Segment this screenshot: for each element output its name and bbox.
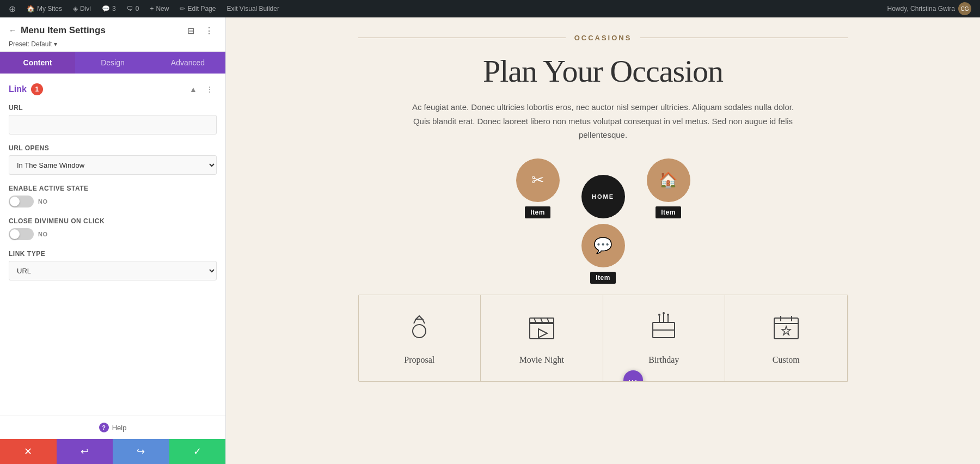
occasion-card-movie[interactable]: Movie Night (481, 295, 603, 381)
proposal-label: Proposal (404, 355, 434, 365)
url-input[interactable] (9, 115, 217, 135)
menu-items-grid: ✂ Item HOME 🏠 It (516, 158, 690, 218)
menu-circle-home[interactable]: HOME (581, 175, 625, 218)
occasions-header: OCCASIONS (358, 34, 848, 42)
url-opens-field-group: URL Opens In The Same Window In A New Ta… (9, 144, 217, 175)
close-divimenu-label: Close DiviMenu On Click (9, 217, 217, 225)
close-divimenu-value: NO (38, 231, 48, 237)
menu-circle-house[interactable]: 🏠 (647, 158, 690, 202)
panel-tabs: Content Design Advanced (0, 52, 225, 74)
url-opens-label: URL Opens (9, 144, 217, 152)
occasion-cards: Proposal Movie Night (358, 295, 848, 382)
page-body-text: Ac feugiat ante. Donec ultricies loborti… (407, 100, 799, 142)
menu-item-label-3: Item (656, 206, 681, 218)
close-divimenu-group: Close DiviMenu On Click NO (9, 217, 217, 240)
link-section-badge: 1 (31, 83, 43, 95)
occasion-card-custom[interactable]: Custom (725, 295, 848, 381)
messages-item[interactable]: 🗨 0 (122, 0, 144, 17)
wordpress-icon: ⊕ (9, 4, 16, 14)
enable-active-state-value: NO (38, 198, 48, 205)
section-collapse-button[interactable]: ▲ (186, 82, 200, 96)
movie-night-label: Movie Night (519, 355, 564, 365)
plus-icon: + (150, 5, 154, 13)
url-opens-select[interactable]: In The Same Window In A New Tab (9, 155, 217, 175)
birthday-icon (647, 312, 680, 349)
proposal-icon (403, 312, 436, 349)
home-text: HOME (592, 193, 614, 200)
redo-button[interactable]: ↪ (113, 439, 169, 464)
split-view-button[interactable]: ⊟ (183, 23, 198, 38)
page-canvas: OCCASIONS Plan Your Occasion Ac feugiat … (226, 17, 980, 464)
enable-active-state-group: Enable Active State NO (9, 185, 217, 207)
new-item[interactable]: + New (145, 0, 173, 17)
svg-marker-7 (538, 329, 547, 338)
tab-content[interactable]: Content (0, 52, 75, 74)
svg-rect-15 (653, 330, 675, 338)
page-heading: Plan Your Occasion (483, 53, 723, 89)
link-section-header: Link 1 ▲ ⋮ (9, 82, 217, 96)
panel-title-actions: ⊟ ⋮ (183, 23, 217, 38)
panel-footer: ✕ ↩ ↪ ✓ (0, 439, 225, 464)
my-sites-item[interactable]: 🏠 My Sites (22, 0, 66, 17)
panel-more-button[interactable]: ⋮ (201, 23, 217, 38)
tab-advanced[interactable]: Advanced (150, 52, 225, 74)
panel-title: ← Menu Item Settings (9, 25, 106, 36)
svg-point-12 (663, 312, 665, 314)
house-icon: 🏠 (659, 171, 678, 189)
tab-design[interactable]: Design (75, 52, 150, 74)
message-icon: 🗨 (127, 5, 133, 13)
occasions-line-left (358, 38, 566, 38)
menu-item-1: ✂ Item (516, 158, 560, 218)
panel-content: Link 1 ▲ ⋮ URL URL Opens In The Same Win… (0, 74, 225, 416)
link-type-label: Link Type (9, 250, 217, 258)
back-arrow-icon[interactable]: ← (9, 26, 16, 35)
svg-point-13 (667, 314, 669, 316)
menu-circle-tools[interactable]: ✂ (516, 158, 560, 202)
svg-marker-20 (782, 326, 791, 335)
save-button[interactable]: ✓ (169, 439, 226, 464)
close-divimenu-toggle[interactable] (9, 228, 34, 240)
undo-button[interactable]: ↩ (57, 439, 113, 464)
menu-item-3: 🏠 Item (647, 158, 690, 218)
page-preview: OCCASIONS Plan Your Occasion Ac feugiat … (226, 17, 980, 464)
svg-rect-14 (653, 322, 675, 330)
wp-logo[interactable]: ⊕ (4, 0, 20, 17)
divi-icon: ◈ (73, 5, 78, 13)
link-type-select[interactable]: URL Phone Number Email Address (9, 261, 217, 280)
occasions-line-right (640, 38, 848, 38)
edit-page-item[interactable]: ✏ Edit Page (175, 0, 220, 17)
occasions-title: OCCASIONS (566, 34, 641, 42)
menu-item-chat-col: 💬 Item (581, 224, 625, 284)
help-button[interactable]: ? Help (0, 416, 225, 439)
chevron-down-icon: ▾ (54, 40, 57, 48)
cancel-button[interactable]: ✕ (0, 439, 57, 464)
exit-visual-builder-item[interactable]: Exit Visual Builder (222, 0, 284, 17)
movie-icon (525, 312, 558, 349)
enable-active-state-toggle[interactable] (9, 196, 34, 207)
birthday-label: Birthday (648, 355, 679, 365)
dots-icon: ··· (628, 375, 638, 382)
chat-icon: 💬 (593, 236, 612, 254)
menu-item-label-1: Item (525, 206, 550, 218)
url-label: URL (9, 104, 217, 112)
link-type-field-group: Link Type URL Phone Number Email Address (9, 250, 217, 280)
divi-item[interactable]: ◈ Divi (69, 0, 95, 17)
comment-icon: 💬 (102, 5, 110, 13)
svg-point-1 (413, 325, 426, 338)
menu-circle-chat[interactable]: 💬 (581, 224, 625, 267)
panel-header: ← Menu Item Settings ⊟ ⋮ Preset: Default… (0, 17, 225, 52)
svg-rect-16 (774, 318, 798, 339)
svg-point-11 (658, 314, 660, 316)
admin-bar: ⊕ 🏠 My Sites ◈ Divi 💬 3 🗨 0 + New ✏ Edit… (0, 0, 980, 17)
tools-icon: ✂ (531, 171, 544, 189)
section-more-button[interactable]: ⋮ (203, 82, 217, 96)
edit-icon: ✏ (180, 5, 185, 13)
svg-marker-0 (416, 316, 422, 319)
occasion-card-birthday[interactable]: Birthday (603, 295, 726, 381)
user-howdy[interactable]: Howdy, Christina Gwira CG (883, 0, 976, 17)
custom-icon (770, 312, 803, 349)
comments-item[interactable]: 💬 3 (97, 0, 120, 17)
settings-panel: ← Menu Item Settings ⊟ ⋮ Preset: Default… (0, 17, 226, 464)
preset-selector[interactable]: Preset: Default ▾ (9, 40, 217, 48)
occasion-card-proposal[interactable]: Proposal (359, 295, 481, 381)
